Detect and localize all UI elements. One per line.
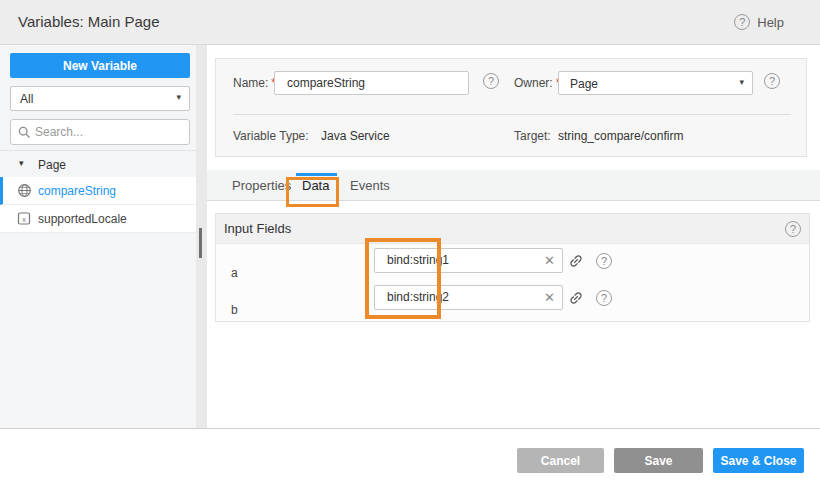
owner-value: Page bbox=[570, 77, 598, 91]
tab-data[interactable]: Data bbox=[302, 170, 329, 201]
bind-link-icon[interactable] bbox=[568, 290, 584, 310]
target-label: Target: bbox=[514, 129, 551, 143]
tree-item-supportedlocale[interactable]: x supportedLocale bbox=[0, 205, 196, 233]
help-label: Help bbox=[757, 15, 784, 30]
variable-type-label: Variable Type: bbox=[233, 129, 309, 143]
dialog-footer: Cancel Save Save & Close bbox=[0, 430, 820, 490]
input-fields-title: Input Fields bbox=[224, 221, 291, 236]
variable-editor: Name:* ? Owner:* Page ▾ ? Variable Type:… bbox=[207, 45, 820, 428]
clear-icon[interactable]: ✕ bbox=[544, 290, 555, 305]
tree-item-label: compareString bbox=[38, 184, 116, 198]
search-icon bbox=[18, 126, 31, 139]
variable-search[interactable] bbox=[10, 119, 190, 145]
search-input[interactable] bbox=[35, 121, 185, 143]
field-b-input[interactable] bbox=[387, 287, 537, 307]
variable-summary-panel: Name:* ? Owner:* Page ▾ ? Variable Type:… bbox=[215, 58, 807, 157]
tree-group-page[interactable]: ▾ Page bbox=[0, 150, 196, 177]
owner-help-icon[interactable]: ? bbox=[764, 73, 780, 89]
bind-link-icon[interactable] bbox=[568, 253, 584, 273]
summary-divider bbox=[233, 114, 791, 115]
input-fields-panel: Input Fields ? a ✕ ? b bbox=[215, 213, 810, 322]
variable-filter-value: All bbox=[20, 92, 33, 106]
tree-item-label: supportedLocale bbox=[38, 212, 127, 226]
field-b-help-icon[interactable]: ? bbox=[596, 290, 612, 306]
owner-dropdown[interactable]: Page ▾ bbox=[558, 71, 753, 95]
sidebar-scrollbar[interactable] bbox=[196, 45, 207, 428]
tree-expand-icon[interactable]: ▾ bbox=[19, 158, 24, 168]
save-and-close-button[interactable]: Save & Close bbox=[713, 448, 804, 473]
variable-type-value: Java Service bbox=[321, 129, 390, 143]
editor-tabbar: Properties Data Events bbox=[207, 170, 820, 201]
field-b-binding[interactable]: ✕ bbox=[374, 285, 563, 310]
field-a-input[interactable] bbox=[387, 250, 537, 270]
help-link[interactable]: ? Help bbox=[734, 14, 784, 30]
tab-properties[interactable]: Properties bbox=[232, 170, 291, 201]
owner-label: Owner:* bbox=[514, 76, 560, 90]
java-service-globe-icon bbox=[17, 183, 32, 201]
input-fields-header: Input Fields ? bbox=[216, 214, 809, 244]
new-variable-button[interactable]: New Variable bbox=[10, 53, 190, 78]
field-a-binding[interactable]: ✕ bbox=[374, 248, 563, 273]
scrollbar-thumb[interactable] bbox=[199, 228, 202, 258]
chevron-down-icon: ▾ bbox=[739, 77, 744, 87]
name-help-icon[interactable]: ? bbox=[483, 73, 499, 89]
chevron-down-icon: ▾ bbox=[176, 92, 181, 102]
variables-tree: ▾ Page compareString bbox=[0, 150, 196, 233]
cancel-button[interactable]: Cancel bbox=[517, 448, 604, 473]
tree-item-comparestring[interactable]: compareString bbox=[0, 177, 196, 205]
field-a-help-icon[interactable]: ? bbox=[596, 253, 612, 269]
field-b-label: b bbox=[231, 303, 238, 317]
variable-filter-dropdown[interactable]: All ▾ bbox=[10, 86, 190, 111]
clear-icon[interactable]: ✕ bbox=[544, 253, 555, 268]
field-a-label: a bbox=[231, 266, 238, 280]
variable-document-icon: x bbox=[17, 211, 31, 229]
variables-sidebar: New Variable All ▾ ▾ Page bbox=[0, 45, 196, 428]
dialog-header: Variables: Main Page ? Help bbox=[0, 0, 820, 45]
variables-dialog: Variables: Main Page ? Help New Variable… bbox=[0, 0, 820, 490]
svg-text:x: x bbox=[22, 216, 26, 223]
target-value: string_compare/confirm bbox=[558, 129, 683, 143]
save-button[interactable]: Save bbox=[614, 448, 703, 473]
name-field[interactable] bbox=[274, 71, 469, 95]
workspace: New Variable All ▾ ▾ Page bbox=[0, 45, 820, 429]
input-fields-help-icon[interactable]: ? bbox=[785, 221, 801, 237]
name-input[interactable] bbox=[287, 73, 437, 93]
tab-events[interactable]: Events bbox=[350, 170, 390, 201]
help-question-icon: ? bbox=[734, 14, 750, 30]
name-label: Name:* bbox=[233, 76, 276, 90]
tree-group-label: Page bbox=[38, 158, 66, 172]
page-title: Variables: Main Page bbox=[18, 13, 159, 30]
